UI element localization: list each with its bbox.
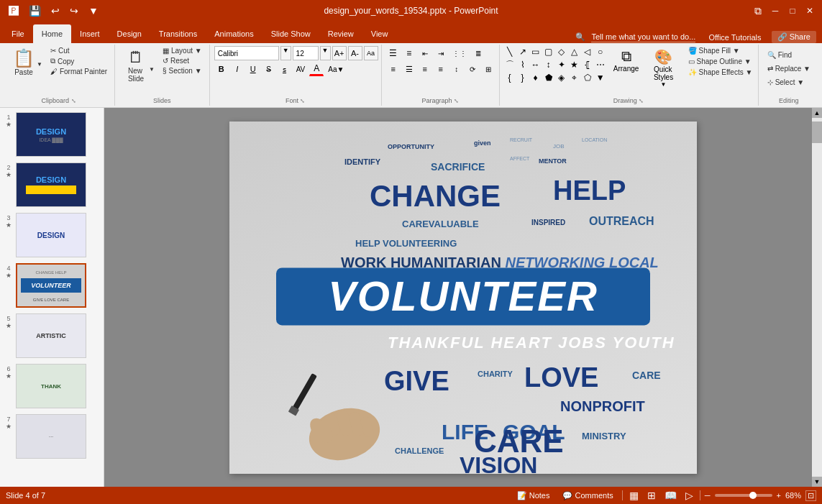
reading-view-button[interactable]: 📖 xyxy=(662,489,679,502)
shape-rtri[interactable]: ◁ xyxy=(582,46,593,58)
shape-s4[interactable]: ⬟ xyxy=(543,72,554,83)
new-slide-button[interactable]: 🗒 NewSlide ▼ xyxy=(119,46,158,85)
char-spacing-button[interactable]: AV xyxy=(293,62,309,76)
tell-me-input[interactable]: Tell me what you want to do... xyxy=(591,32,695,42)
shape-line[interactable]: ╲ xyxy=(504,46,516,58)
quick-styles-dropdown[interactable]: ▼ xyxy=(661,81,667,88)
slide-thumb-6[interactable]: 6 ★ THANK xyxy=(3,362,101,410)
comments-button[interactable]: 💬 Comments xyxy=(558,490,617,501)
slide-thumb-7[interactable]: 7 ★ ··· xyxy=(3,413,101,460)
save-icon[interactable]: 💾 xyxy=(26,4,44,18)
cut-button[interactable]: ✂Cut xyxy=(47,46,110,55)
shape-s1[interactable]: { xyxy=(504,72,516,83)
tab-animations[interactable]: Animations xyxy=(206,24,262,43)
shape-dropdown[interactable]: ▼ xyxy=(595,72,606,83)
paste-dropdown-icon[interactable]: ▼ xyxy=(37,61,42,76)
tab-home[interactable]: Home xyxy=(33,24,71,43)
font-name-input[interactable] xyxy=(214,46,279,60)
shape-s7[interactable]: ⬠ xyxy=(582,72,593,83)
vertical-scrollbar[interactable]: ▲ ▼ xyxy=(812,108,822,487)
font-name-dropdown[interactable]: ▼ xyxy=(280,46,291,60)
tab-transitions[interactable]: Transitions xyxy=(150,24,206,43)
italic-button[interactable]: I xyxy=(230,62,245,76)
tab-insert[interactable]: Insert xyxy=(71,24,109,43)
shape-more[interactable]: ⋯ xyxy=(595,59,606,70)
para-expand[interactable]: ⤡ xyxy=(454,98,459,104)
line-spacing-button[interactable]: ↕ xyxy=(449,62,464,76)
shape-fill-button[interactable]: 🪣 Shape Fill ▼ xyxy=(685,46,756,55)
bullets-button[interactable]: ☰ xyxy=(386,46,401,60)
underline-button[interactable]: U xyxy=(246,62,260,76)
select-button[interactable]: ⊹ Select ▼ xyxy=(763,76,808,88)
customize-icon[interactable]: ▼ xyxy=(86,4,101,18)
shape-effects-button[interactable]: ✨ Shape Effects ▼ xyxy=(685,68,756,77)
scroll-track[interactable] xyxy=(812,118,822,477)
tab-view[interactable]: View xyxy=(362,24,397,43)
shape-arrow[interactable]: ↗ xyxy=(517,46,529,58)
quick-styles-button[interactable]: 🎨 QuickStyles ▼ xyxy=(647,46,681,90)
scroll-thumb[interactable] xyxy=(812,122,822,143)
tab-design[interactable]: Design xyxy=(109,24,150,43)
slide-thumb-4[interactable]: 4 ★ CHANGE HELP VOLUNTEER GIVE LOVE CARE xyxy=(3,262,101,309)
share-button[interactable]: 🔗 Share xyxy=(772,31,816,43)
slide-thumb-2[interactable]: 2 ★ DESIGN xyxy=(3,161,101,209)
slide-sorter-button[interactable]: ⊞ xyxy=(645,489,658,502)
increase-font-button[interactable]: A+ xyxy=(332,46,347,60)
drawing-expand[interactable]: ⤡ xyxy=(639,98,644,104)
tab-review[interactable]: Review xyxy=(319,24,362,43)
redo-icon[interactable]: ↪ xyxy=(67,4,81,18)
find-button[interactable]: 🔍 Find xyxy=(763,49,796,61)
shape-s2[interactable]: } xyxy=(517,72,529,83)
strikethrough-button[interactable]: S xyxy=(262,62,276,76)
shape-bracket[interactable]: ⦃ xyxy=(582,59,593,70)
slideshow-button[interactable]: ▷ xyxy=(683,489,695,502)
shape-outline-button[interactable]: ▭ Shape Outline ▼ xyxy=(685,57,756,66)
restore-icon[interactable]: ⧉ xyxy=(752,4,764,19)
shape-diamond[interactable]: ◇ xyxy=(556,46,567,58)
shape-rect[interactable]: ▭ xyxy=(530,46,542,58)
zoom-in-button[interactable]: + xyxy=(777,491,781,500)
slide-thumb-5[interactable]: 5 ★ ARTISTIC xyxy=(3,312,101,359)
text-direction-button[interactable]: ⟳ xyxy=(465,62,480,76)
shape-star[interactable]: ★ xyxy=(569,59,580,70)
shape-quad[interactable]: ✦ xyxy=(556,59,567,70)
tab-file[interactable]: File xyxy=(3,24,33,43)
reset-button[interactable]: ↺ Reset xyxy=(160,56,205,65)
replace-button[interactable]: ⇄ Replace ▼ xyxy=(763,63,815,75)
clipboard-expand[interactable]: ⤡ xyxy=(71,98,76,104)
layout-button[interactable]: ▦ Layout ▼ xyxy=(160,46,205,55)
shape-s5[interactable]: ◈ xyxy=(556,72,567,83)
zoom-level[interactable]: 68% xyxy=(785,491,801,500)
slide-panel[interactable]: 1 ★ DESIGN IDEA ▓▓▓ 2 ★ DESIGN xyxy=(0,108,104,487)
slide-thumb-1[interactable]: 1 ★ DESIGN IDEA ▓▓▓ xyxy=(3,111,101,158)
maximize-button[interactable]: □ xyxy=(786,4,799,17)
shape-s3[interactable]: ♦ xyxy=(530,72,542,83)
shape-ud-arrow[interactable]: ↕ xyxy=(543,59,554,70)
shape-oval[interactable]: ○ xyxy=(595,46,606,58)
shape-bend[interactable]: ⌇ xyxy=(517,59,529,70)
shape-s6[interactable]: ⌖ xyxy=(569,72,580,83)
arrange-button[interactable]: ⧉ Arrange xyxy=(609,46,644,75)
paste-button[interactable]: 📋 Paste ▼ xyxy=(7,46,46,78)
font-expand[interactable]: ⤡ xyxy=(300,98,305,104)
decrease-font-button[interactable]: A- xyxy=(348,46,362,60)
font-color-button[interactable]: A xyxy=(309,62,324,76)
slide-thumb-3[interactable]: 3 ★ DESIGN xyxy=(3,211,101,259)
font-size-input[interactable] xyxy=(293,46,319,60)
close-button[interactable]: ✕ xyxy=(803,4,816,17)
slide-canvas[interactable]: OPPORTUNITY given RECRUIT JOB LOCATION I… xyxy=(229,122,697,474)
format-painter-button[interactable]: 🖌Format Painter xyxy=(47,67,110,76)
shape-curve[interactable]: ⌒ xyxy=(504,59,516,70)
smartart-button[interactable]: ⊞ xyxy=(481,62,496,76)
shape-lr-arrow[interactable]: ↔ xyxy=(530,59,542,70)
office-tutorials-link[interactable]: Office Tutorials xyxy=(708,33,761,42)
indent-less-button[interactable]: ⇤ xyxy=(418,46,432,60)
tab-slideshow[interactable]: Slide Show xyxy=(262,24,319,43)
notes-button[interactable]: 📝 Notes xyxy=(513,490,554,501)
shape-triangle[interactable]: △ xyxy=(569,46,580,58)
new-slide-dropdown-icon[interactable]: ▼ xyxy=(149,66,155,83)
align-right-button[interactable]: ≡ xyxy=(418,62,432,76)
shadow-button[interactable]: s̲ xyxy=(278,62,292,76)
align-center-button[interactable]: ☰ xyxy=(402,62,416,76)
undo-icon[interactable]: ↩ xyxy=(48,4,63,18)
